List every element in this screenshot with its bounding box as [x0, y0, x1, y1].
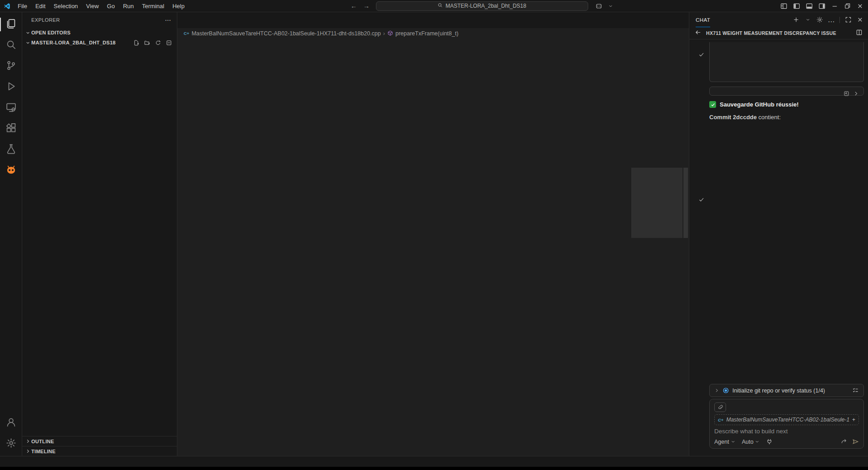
chat-input-placeholder[interactable]: Describe what to build next	[714, 428, 859, 435]
activity-explorer[interactable]	[0, 14, 22, 35]
new-folder-icon[interactable]	[143, 39, 151, 46]
window-close-icon[interactable]	[854, 1, 865, 11]
menu-edit[interactable]: Edit	[31, 3, 49, 10]
attach-context-button[interactable]	[714, 402, 726, 412]
menu-file[interactable]: File	[14, 3, 31, 10]
send-button[interactable]	[852, 438, 859, 445]
vscode-window: FileEditSelectionViewGoRunTerminalHelp ←…	[0, 0, 868, 470]
chevron-down-icon[interactable]	[803, 15, 812, 24]
menu-go[interactable]: Go	[103, 3, 119, 10]
activity-extensions[interactable]	[0, 118, 22, 139]
toggle-panel-left-icon[interactable]	[791, 1, 802, 11]
chat-back-icon[interactable]	[695, 29, 702, 38]
activity-source-control[interactable]	[0, 56, 22, 77]
todo-label: Initialize git repo or verify status (1/…	[732, 388, 825, 394]
continue-arrow-icon[interactable]	[841, 438, 848, 445]
refresh-icon[interactable]	[154, 39, 161, 46]
activity-account[interactable]	[0, 412, 22, 433]
menu-bar: FileEditSelectionViewGoRunTerminalHelp	[14, 3, 189, 10]
chat-code-block[interactable]	[709, 42, 864, 82]
minimap-slider[interactable]	[631, 168, 683, 238]
editor-tabs	[177, 12, 689, 28]
chat-history: Sauvegarde GitHub réussie! Commit 2dccdd…	[689, 39, 868, 456]
command-center-search[interactable]: MASTER-LORA_2bal_Dht_DS18	[376, 1, 588, 11]
settings-icon	[6, 438, 16, 450]
chat-bullet-list	[709, 125, 864, 165]
layout-customize-icon[interactable]	[778, 1, 789, 11]
menu-selection[interactable]: Selection	[49, 3, 82, 10]
insert-into-terminal-icon[interactable]	[844, 91, 849, 98]
sidebar-more-icon[interactable]: ⋯	[165, 16, 171, 24]
cpp-file-icon: C+	[718, 417, 723, 423]
step-check-icon	[698, 51, 704, 59]
outline-label: OUTLINE	[31, 439, 54, 444]
activity-remote-explorer[interactable]	[0, 97, 22, 118]
explorer-icon	[6, 19, 16, 31]
menu-help[interactable]: Help	[168, 3, 189, 10]
remote-explorer-icon	[6, 102, 16, 114]
title-bar: FileEditSelectionViewGoRunTerminalHelp ←…	[0, 0, 868, 12]
source-control-icon	[6, 60, 16, 73]
todo-list-widget[interactable]: Initialize git repo or verify status (1/…	[709, 384, 864, 397]
context-file-label: MasterBalNumSauveTareHTCC-AB02-1balSeule…	[726, 417, 849, 423]
context-file-chip[interactable]: C+ MasterBalNumSauveTareHTCC-AB02-1balSe…	[714, 414, 859, 425]
chevron-right-icon[interactable]	[853, 91, 859, 98]
copilot-chevron-icon[interactable]	[605, 1, 616, 11]
status-bar	[0, 456, 868, 467]
activity-search[interactable]	[0, 35, 22, 56]
in-progress-icon	[722, 387, 729, 394]
checklist-icon[interactable]	[852, 387, 859, 394]
search-icon	[6, 39, 16, 52]
new-file-icon[interactable]	[132, 39, 140, 46]
search-icon	[438, 3, 443, 9]
new-chat-icon[interactable]	[791, 15, 800, 24]
tools-icon[interactable]	[766, 438, 773, 445]
window-restore-icon[interactable]	[842, 1, 853, 11]
timeline-section[interactable]: TIMELINE	[22, 446, 177, 456]
run-debug-icon	[6, 81, 16, 93]
chat-commit-line: Commit 2dccdde contient:	[709, 114, 864, 121]
breadcrumb-separator: ›	[383, 30, 385, 37]
open-chat-in-editor-icon[interactable]	[856, 29, 863, 38]
menu-run[interactable]: Run	[119, 3, 138, 10]
chat-tab[interactable]: CHAT	[696, 12, 710, 27]
symbol-method-icon	[387, 30, 393, 36]
activity-settings[interactable]	[0, 433, 22, 454]
breadcrumb[interactable]: C+ MasterBalNumSauveTareHTCC-AB02-1balSe…	[177, 28, 689, 39]
toggle-panel-right-icon[interactable]	[816, 1, 827, 11]
menu-terminal[interactable]: Terminal	[138, 3, 168, 10]
chat-close-icon[interactable]	[855, 15, 864, 24]
collapse-all-icon[interactable]	[165, 39, 172, 46]
nav-forward-icon[interactable]: →	[363, 2, 370, 10]
chevron-right-icon[interactable]	[714, 388, 719, 393]
explorer-sidebar: EXPLORER ⋯ OPEN EDITORS MASTER-LORA_2BAL…	[22, 12, 177, 456]
editor-scrollbar[interactable]	[683, 39, 689, 456]
copilot-icon[interactable]	[594, 1, 605, 11]
breadcrumb-file[interactable]: MasterBalNumSauveTareHTCC-AB02-1balSeule…	[191, 30, 380, 37]
chat-maximize-icon[interactable]	[844, 15, 853, 24]
agent-mode-picker[interactable]: Agent	[714, 439, 736, 445]
activity-testing[interactable]	[0, 139, 22, 160]
model-picker[interactable]: Auto	[742, 439, 760, 445]
code-editor[interactable]	[177, 39, 689, 456]
activity-run-debug[interactable]	[0, 77, 22, 97]
project-root-label: MASTER-LORA_2BAL_DHT_DS18	[31, 40, 116, 45]
chat-code-block[interactable]	[709, 87, 864, 96]
breadcrumb-symbol[interactable]: prepareTxFrame(uint8_t)	[395, 30, 458, 37]
chat-more-icon[interactable]: …	[827, 15, 836, 24]
toggle-panel-bottom-icon[interactable]	[804, 1, 814, 11]
open-editors-header[interactable]: OPEN EDITORS	[22, 28, 177, 38]
menu-view[interactable]: View	[82, 3, 103, 10]
chat-input-box[interactable]: C+ MasterBalNumSauveTareHTCC-AB02-1balSe…	[709, 399, 864, 449]
activity-platformio[interactable]	[0, 160, 22, 181]
outline-section[interactable]: OUTLINE	[22, 436, 177, 446]
add-context-icon[interactable]: +	[852, 417, 855, 423]
nav-back-icon[interactable]: ←	[351, 2, 357, 10]
project-root-header[interactable]: MASTER-LORA_2BAL_DHT_DS18	[22, 38, 177, 48]
chat-settings-gear-icon[interactable]	[815, 15, 824, 24]
sidebar-title: EXPLORER	[31, 17, 60, 23]
minimap[interactable]	[631, 39, 683, 456]
timeline-label: TIMELINE	[31, 449, 56, 454]
os-taskbar[interactable]	[0, 467, 868, 470]
window-minimize-icon[interactable]	[829, 1, 840, 11]
